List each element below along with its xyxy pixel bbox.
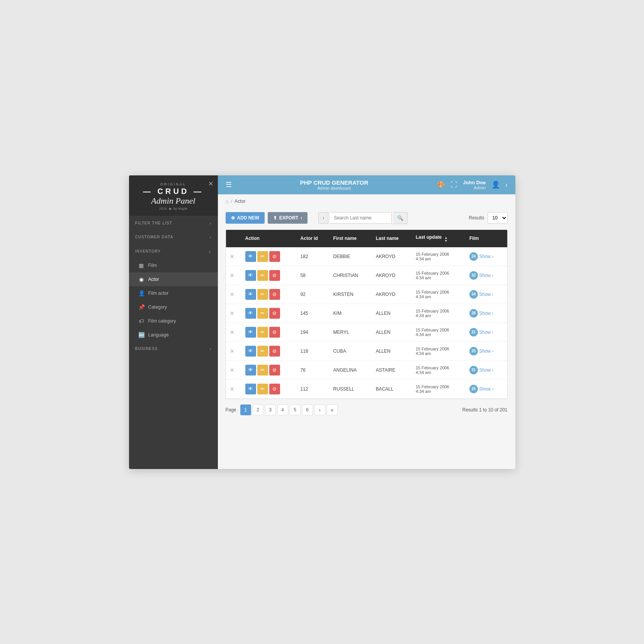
actor-id: 112 [297,379,330,398]
film-show-link[interactable]: Show [479,272,492,278]
film-chevron-icon[interactable]: › [492,253,494,259]
film-chevron-icon[interactable]: › [492,310,494,316]
search-filter-btn[interactable]: › [318,212,328,224]
sidebar-item-film[interactable]: ▦ Film [129,258,218,272]
film-count-badge: 32 [469,271,478,280]
page-btn-6[interactable]: 6 [302,404,313,415]
sidebar-item-category[interactable]: 📌 Category [129,300,218,314]
section-label-customer: CUSTOMER DATA [135,235,173,239]
delete-button[interactable]: ⊘ [269,308,280,319]
home-icon[interactable]: ⌂ [226,198,229,204]
sidebar-item-film-actor[interactable]: 👤 Film actor [129,286,218,300]
edit-button[interactable]: ✏ [257,270,268,281]
page-btn-5[interactable]: 5 [290,404,301,415]
user-name: John Doe [463,180,486,185]
delete-row-icon[interactable]: ✕ [230,272,234,279]
film-show-link[interactable]: Show [479,348,492,353]
breadcrumb: ⌂ / Actor [218,194,515,208]
film-show-link[interactable]: Show [479,329,492,335]
row-action-cell: 👁 ✏ ⊘ [241,342,297,360]
last-update: 15 February 20064:34 am [412,360,466,379]
film-chevron-icon[interactable]: › [492,272,494,278]
film-show-link[interactable]: Show [479,310,492,316]
delete-button[interactable]: ⊘ [269,346,280,357]
edit-button[interactable]: ✏ [257,251,268,262]
view-button[interactable]: 👁 [245,327,256,338]
col-header-last-update[interactable]: Last update ▲▼ [412,230,466,247]
film-chevron-icon[interactable]: › [492,329,494,335]
sidebar-section-filter[interactable]: FILTER THE LIST › [129,216,218,230]
delete-row-icon[interactable]: ✕ [230,253,234,260]
action-group: 👁 ✏ ⊘ [245,346,293,357]
col-header-film: Film [466,230,507,247]
delete-row-icon[interactable]: ✕ [230,291,234,297]
fullscreen-icon[interactable]: ⛶ [450,181,457,189]
delete-button[interactable]: ⊘ [269,384,280,394]
sidebar-item-film-category[interactable]: 🏷 Film category [129,314,218,328]
col-label: Last update [416,234,442,240]
delete-row-icon[interactable]: ✕ [230,367,234,373]
actor-id: 118 [297,342,330,360]
film-icon: ▦ [138,262,144,268]
view-button[interactable]: 👁 [245,308,256,319]
film-chevron-icon[interactable]: › [492,348,494,353]
delete-button[interactable]: ⊘ [269,251,280,262]
page-last-btn[interactable]: » [327,404,338,415]
edit-button[interactable]: ✏ [257,346,268,357]
film-chevron-icon[interactable]: › [492,367,494,372]
edit-button[interactable]: ✏ [257,308,268,319]
delete-row-icon[interactable]: ✕ [230,329,234,335]
sidebar-section-business[interactable]: BUSINESS › [129,342,218,356]
view-button[interactable]: 👁 [245,251,256,262]
search-input[interactable] [330,212,392,224]
film-show-link[interactable]: Show [479,367,492,372]
page-btn-3[interactable]: 3 [265,404,276,415]
edit-button[interactable]: ✏ [257,365,268,376]
user-icon[interactable]: 👤 [491,180,500,189]
search-button[interactable]: 🔍 [393,212,408,224]
delete-button[interactable]: ⊘ [269,289,280,300]
topbar-chevron-icon[interactable]: › [505,181,508,189]
edit-button[interactable]: ✏ [257,327,268,338]
delete-row-icon[interactable]: ✕ [230,348,234,354]
view-button[interactable]: 👁 [245,384,256,394]
delete-button[interactable]: ⊘ [269,365,280,376]
film-show-link[interactable]: Show [479,253,492,259]
delete-row-icon[interactable]: ✕ [230,386,234,392]
film-cell: 24 Show › [466,247,507,266]
delete-button[interactable]: ⊘ [269,327,280,338]
add-new-button[interactable]: ⊕ ADD NEW [226,212,265,224]
user-info: John Doe Admin [463,180,486,190]
export-button[interactable]: ⬆ EXPORT › [268,212,308,224]
sidebar-section-customer[interactable]: CUSTOMER DATA › [129,230,218,244]
action-group: 👁 ✏ ⊘ [245,251,293,262]
edit-button[interactable]: ✏ [257,289,268,300]
sidebar-item-actor[interactable]: ◉ Actor [129,272,218,286]
sidebar-item-language[interactable]: 🔤 Language [129,328,218,342]
delete-row-icon[interactable]: ✕ [230,310,234,316]
palette-icon[interactable]: 🎨 [437,180,445,189]
delete-button[interactable]: ⊘ [269,270,280,281]
view-button[interactable]: 👁 [245,270,256,281]
view-button[interactable]: 👁 [245,289,256,300]
film-chevron-icon[interactable]: › [492,386,494,391]
film-chevron-icon[interactable]: › [492,291,494,297]
table-row: ✕ 👁 ✏ ⊘ 194 MERYL ALLEN 15 February 2006… [226,323,507,342]
film-show-link[interactable]: Show [479,386,492,391]
page-next-btn[interactable]: › [314,404,325,415]
hamburger-icon[interactable]: ☰ [226,180,232,189]
page-btn-1[interactable]: 1 [240,404,251,415]
view-button[interactable]: 👁 [245,365,256,376]
last-name: ASTAIRE [372,360,412,379]
close-icon[interactable]: ✕ [208,180,213,187]
first-name: MERYL [330,323,372,342]
page-btn-4[interactable]: 4 [277,404,288,415]
chevron-icon: › [210,221,212,226]
edit-button[interactable]: ✏ [257,384,268,394]
view-button[interactable]: 👁 [245,346,256,357]
first-name: ANGELINA [330,360,372,379]
sidebar-section-inventory[interactable]: INVENTORY ⌄ [129,244,218,258]
results-select[interactable]: 10 25 50 [488,212,508,224]
film-show-link[interactable]: Show [479,291,492,297]
page-btn-2[interactable]: 2 [253,404,263,415]
